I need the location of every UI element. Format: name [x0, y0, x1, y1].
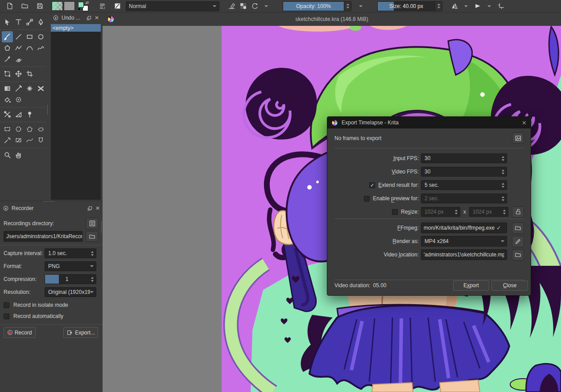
- blending-mode-dropdown[interactable]: Normal: [126, 1, 219, 11]
- browse-ffmpeg-button[interactable]: [512, 223, 524, 234]
- resize-width-spinbox[interactable]: 1024 px: [421, 207, 460, 217]
- resize-lock-button[interactable]: [512, 206, 524, 218]
- tool-freehand-select[interactable]: [35, 124, 46, 135]
- tool-polyline[interactable]: [13, 42, 24, 54]
- opacity-options-dropdown[interactable]: [355, 1, 367, 12]
- tool-similar-select[interactable]: [13, 135, 24, 146]
- recordings-directory-field[interactable]: Jsers/adminstrators1/KritaRecorder: [4, 231, 82, 242]
- flow-options-dropdown[interactable]: [483, 1, 495, 12]
- reload-preset-button[interactable]: [249, 1, 260, 12]
- video-location-field[interactable]: 'adminstrators1\sketchchillcute.mp4: [421, 249, 507, 260]
- export-recording-button[interactable]: Export...: [63, 327, 98, 338]
- tool-contiguous-select[interactable]: [2, 135, 13, 146]
- gradient-chooser[interactable]: [52, 1, 63, 11]
- tool-multibrush[interactable]: [13, 54, 24, 65]
- recorder-drag-handle[interactable]: [43, 201, 54, 202]
- spin-arrows[interactable]: [499, 180, 507, 190]
- tool-rect-select[interactable]: [2, 124, 13, 135]
- compression-slider[interactable]: 1: [45, 274, 96, 284]
- tool-smart-patch[interactable]: [35, 83, 46, 94]
- opacity-slider[interactable]: Opacity: 100%: [283, 1, 344, 11]
- tool-pan[interactable]: [13, 149, 24, 161]
- mirror-options-dropdown[interactable]: [460, 1, 472, 12]
- spin-arrows[interactable]: [89, 274, 96, 284]
- brush-presets-button[interactable]: [96, 1, 108, 12]
- tool-polygon[interactable]: [2, 42, 13, 54]
- tool-ellipse[interactable]: [35, 31, 46, 42]
- tool-line[interactable]: [13, 31, 24, 42]
- tool-freehand-path[interactable]: [35, 42, 46, 54]
- browse-directory-button[interactable]: [86, 231, 98, 242]
- tool-reference-images[interactable]: [24, 109, 35, 120]
- tool-bezier-select[interactable]: [24, 135, 35, 146]
- enable-preview-spinbox[interactable]: 2 sec.: [421, 194, 507, 203]
- tool-shape-select[interactable]: [2, 17, 13, 28]
- pattern-chooser[interactable]: [64, 1, 75, 11]
- edit-render-profile-button[interactable]: [512, 236, 524, 247]
- resize-height-spinbox[interactable]: 1024 px: [469, 207, 508, 217]
- undo-history-list[interactable]: <empty>: [51, 24, 101, 200]
- mirror-button[interactable]: [449, 1, 460, 12]
- spin-arrows[interactable]: [499, 153, 507, 163]
- capture-interval-spinbox[interactable]: 1.0 sec.: [45, 248, 96, 258]
- opacity-spinner[interactable]: [344, 1, 351, 11]
- undo-history-item[interactable]: <empty>: [51, 24, 101, 32]
- tool-fill[interactable]: [2, 94, 13, 105]
- tool-measure[interactable]: [13, 109, 24, 120]
- tool-crop[interactable]: [24, 68, 35, 79]
- preview-frames-button[interactable]: [512, 132, 524, 144]
- new-document-button[interactable]: [4, 1, 15, 12]
- render-as-dropdown[interactable]: MP4 x264: [421, 236, 507, 247]
- close-icon[interactable]: ✕: [95, 205, 100, 211]
- tool-edit-shapes[interactable]: [24, 17, 35, 28]
- tool-freehand-brush[interactable]: [2, 31, 13, 42]
- isolate-mode-checkbox[interactable]: [4, 302, 9, 308]
- browse-location-button[interactable]: [512, 249, 524, 260]
- docker-lock-icon[interactable]: [53, 15, 59, 21]
- close-icon[interactable]: ✕: [522, 120, 527, 126]
- toolbox-drag-handle[interactable]: [47, 105, 48, 115]
- record-automatically-checkbox[interactable]: [4, 314, 9, 319]
- extend-result-spinbox[interactable]: 5 sec.: [421, 180, 507, 190]
- spin-arrows[interactable]: [501, 207, 508, 217]
- spin-arrows[interactable]: [89, 248, 96, 258]
- size-spinner[interactable]: [435, 1, 442, 11]
- extend-result-checkbox[interactable]: ✓: [369, 182, 375, 188]
- save-button[interactable]: [34, 1, 45, 12]
- tool-gradient[interactable]: [2, 83, 13, 94]
- tool-assistants[interactable]: [2, 109, 13, 120]
- export-button[interactable]: Ex̲port: [453, 281, 489, 291]
- float-docker-icon[interactable]: [87, 206, 93, 211]
- reload-options-dropdown[interactable]: [260, 1, 272, 12]
- flow-button[interactable]: [472, 1, 483, 12]
- tool-enclose-fill[interactable]: [13, 94, 24, 105]
- tool-zoom[interactable]: [2, 149, 13, 161]
- snap-settings-button[interactable]: [495, 1, 507, 12]
- preserve-alpha-button[interactable]: [237, 1, 249, 12]
- size-slider[interactable]: Size: 40.00 px: [377, 1, 435, 11]
- open-button[interactable]: [19, 1, 30, 12]
- eraser-mode-button[interactable]: [226, 1, 237, 12]
- spin-arrows[interactable]: [499, 194, 507, 203]
- enable-preview-checkbox[interactable]: [364, 196, 370, 202]
- resolution-dropdown[interactable]: Original (1920x1920: [45, 287, 96, 297]
- float-docker-icon[interactable]: [86, 15, 92, 21]
- undo-docker-titlebar[interactable]: Undo ... ✕: [50, 12, 102, 23]
- close-button[interactable]: C̲lose: [491, 281, 528, 291]
- tool-color-sampler[interactable]: [13, 83, 24, 94]
- input-fps-spinbox[interactable]: 30: [421, 153, 507, 163]
- record-button[interactable]: Record: [4, 327, 36, 338]
- tool-patch[interactable]: [24, 83, 35, 94]
- tool-dynamic-brush[interactable]: [2, 54, 13, 65]
- recorder-resize-handle[interactable]: [101, 221, 102, 233]
- spin-arrows[interactable]: [499, 167, 507, 177]
- format-dropdown[interactable]: PNG: [45, 261, 96, 271]
- docker-lock-icon[interactable]: [3, 205, 9, 211]
- spin-arrows[interactable]: [453, 207, 460, 217]
- resize-checkbox[interactable]: [392, 209, 398, 215]
- tool-magnetic-select[interactable]: [35, 135, 46, 146]
- recordings-list-button[interactable]: [86, 218, 99, 229]
- ffmpeg-path-field[interactable]: mon/Krita/krita/bin/ffmpeg.exe ✓: [421, 223, 507, 233]
- dialog-titlebar[interactable]: Export Timelapse - Krita ✕: [327, 117, 531, 128]
- tool-text[interactable]: [13, 17, 24, 28]
